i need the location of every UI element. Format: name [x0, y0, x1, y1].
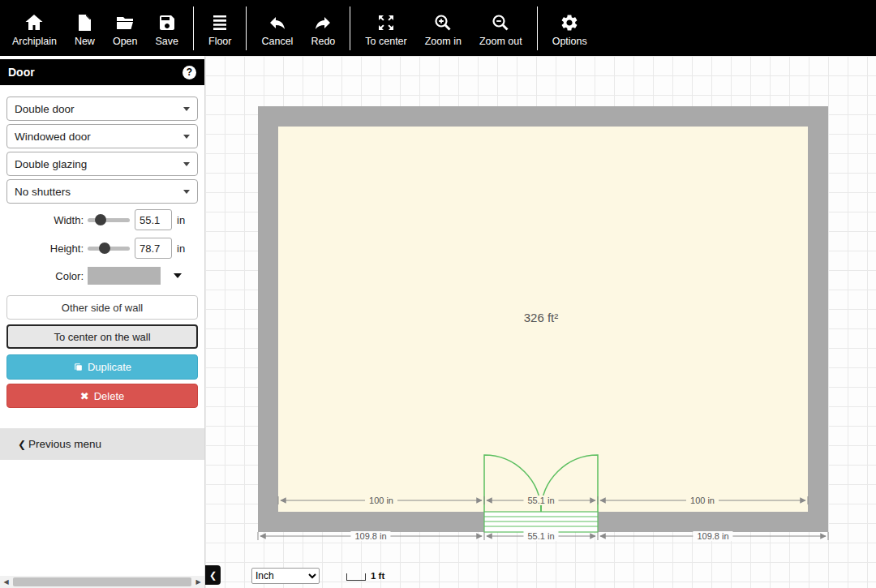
width-label: Width: [6, 214, 84, 226]
color-dropdown-arrow-icon[interactable] [174, 273, 182, 278]
x-icon: ✖ [80, 390, 89, 402]
chevron-down-icon [183, 135, 190, 139]
select-value: Double glazing [15, 158, 87, 170]
toolbar-button-zoom-out[interactable]: Zoom out [470, 0, 531, 56]
redo-icon [313, 10, 333, 32]
floor-layers-icon [210, 10, 230, 32]
color-swatch[interactable] [88, 267, 161, 285]
toolbar-label: New [75, 36, 95, 47]
width-input[interactable] [135, 209, 172, 230]
toolbar-label: Redo [311, 36, 335, 47]
slider-thumb[interactable] [95, 214, 106, 225]
dimension-label: 100 in [365, 496, 397, 505]
chevron-down-icon [183, 162, 190, 166]
toolbar-separator [246, 6, 247, 50]
previous-menu-label: Previous menu [28, 438, 101, 450]
clone-icon [73, 362, 84, 372]
glazing-select[interactable]: Double glazing [6, 152, 198, 176]
toolbar-button-options[interactable]: Options [543, 0, 596, 56]
sidebar-horizontal-scrollbar[interactable]: ◀ ▶ [0, 576, 204, 588]
dimension-label: 109.8 in [350, 531, 390, 541]
toolbar-separator [193, 6, 194, 50]
dimension-label: 100 in [686, 496, 719, 505]
save-icon [157, 10, 177, 32]
chevron-down-icon [183, 190, 190, 194]
sidebar-collapse-button[interactable]: ❮ [205, 565, 221, 585]
height-label: Height: [6, 242, 84, 255]
toolbar-button-redo[interactable]: Redo [302, 0, 344, 56]
to-center-on-wall-button[interactable]: To center on the wall [6, 324, 198, 349]
gear-icon [560, 10, 579, 32]
select-value: Double door [15, 103, 75, 115]
toolbar-button-cancel[interactable]: Cancel [252, 0, 302, 56]
main-toolbar: Archiplain New Open Save Floor [0, 0, 876, 56]
scrollbar-thumb[interactable] [13, 577, 191, 586]
delete-label: Delete [94, 390, 125, 402]
previous-menu-item[interactable]: ❮ Previous menu [0, 428, 204, 460]
delete-button[interactable]: ✖ Delete [6, 384, 198, 408]
scale-ruler-icon [346, 573, 366, 581]
shutters-select[interactable]: No shutters [6, 179, 198, 204]
toolbar-button-open[interactable]: Open [104, 0, 147, 56]
width-slider[interactable] [88, 214, 130, 225]
toolbar-label: Zoom out [479, 36, 522, 47]
toolbar-label: Floor [208, 36, 231, 47]
floorplan-canvas[interactable]: 326 ft² 100 in 55.1 in 100 in 109.8 in 5… [205, 56, 876, 588]
dimension-label: 109.8 in [693, 531, 732, 541]
new-file-icon [75, 10, 94, 32]
height-input[interactable] [135, 238, 172, 259]
center-view-icon [376, 10, 396, 32]
dimension-label: 55.1 in [523, 531, 558, 541]
zoom-out-icon [491, 10, 510, 32]
toolbar-label: Cancel [261, 36, 293, 47]
room-area-label: 326 ft² [524, 311, 559, 324]
toolbar-button-new[interactable]: New [66, 0, 104, 56]
toolbar-button-save[interactable]: Save [147, 0, 188, 56]
toolbar-label: Archiplain [12, 36, 57, 47]
slider-track [88, 218, 130, 222]
width-unit: in [177, 214, 185, 226]
toolbar-separator [350, 6, 350, 50]
dimension-label: 55.1 in [523, 496, 558, 505]
slider-thumb[interactable] [99, 242, 110, 254]
panel-title: Door [8, 66, 35, 79]
height-row: Height: in [6, 236, 198, 260]
color-row: Color: [6, 265, 198, 286]
chevron-down-icon [183, 107, 190, 111]
scroll-right-arrow-icon[interactable]: ▶ [192, 576, 204, 588]
toolbar-separator [537, 6, 538, 50]
other-side-of-wall-button[interactable]: Other side of wall [6, 295, 198, 320]
unit-select[interactable]: Inch [251, 568, 320, 584]
scroll-left-arrow-icon[interactable]: ◀ [0, 576, 12, 588]
chevron-left-icon: ❮ [18, 439, 26, 450]
toolbar-label: Save [156, 36, 179, 47]
door-properties-panel: Door ? Double door Windowed door Double … [0, 56, 205, 588]
toolbar-button-to-center[interactable]: To center [356, 0, 415, 56]
toolbar-button-archiplain[interactable]: Archiplain [3, 0, 66, 56]
zoom-in-icon [433, 10, 453, 32]
toolbar-button-zoom-in[interactable]: Zoom in [416, 0, 470, 56]
select-value: Windowed door [15, 131, 91, 143]
door-style-select[interactable]: Windowed door [6, 124, 198, 148]
door-type-select[interactable]: Double door [6, 97, 198, 121]
help-icon[interactable]: ? [182, 66, 196, 79]
toolbar-label: Zoom in [425, 36, 462, 47]
panel-header: Door ? [0, 59, 204, 85]
home-icon [24, 10, 44, 32]
toolbar-label: Open [113, 36, 138, 47]
select-value: No shutters [15, 186, 71, 198]
duplicate-button[interactable]: Duplicate [6, 354, 198, 380]
toolbar-label: To center [365, 36, 406, 47]
scale-label: 1 ft [371, 571, 384, 581]
toolbar-label: Options [552, 36, 587, 47]
width-row: Width: in [6, 208, 198, 232]
color-label: Color: [6, 270, 84, 282]
archiplain-app: Archiplain New Open Save Floor [0, 0, 876, 588]
duplicate-label: Duplicate [88, 361, 131, 373]
undo-icon [268, 10, 287, 32]
height-slider[interactable] [88, 242, 130, 254]
height-unit: in [177, 242, 185, 255]
toolbar-button-floor[interactable]: Floor [200, 0, 240, 56]
selected-door-object[interactable] [484, 453, 598, 532]
open-folder-icon [115, 10, 135, 32]
